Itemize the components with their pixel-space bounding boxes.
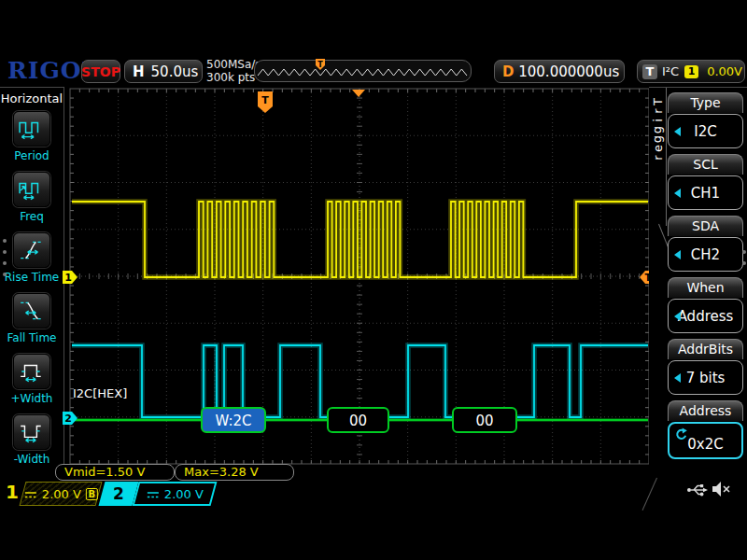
- menu-value-scl[interactable]: CH1: [668, 175, 743, 210]
- channel1-badge[interactable]: 2.00 V B: [20, 482, 103, 506]
- decode-bus-label: I2C[HEX]: [73, 386, 127, 400]
- waveform-display: W:2C000012TT: [56, 84, 661, 472]
- menu-value-sda[interactable]: CH2: [668, 237, 743, 272]
- measure-button-freq[interactable]: [13, 172, 50, 207]
- left-triangle-icon: [674, 312, 681, 321]
- trace-glow-ch1: [72, 202, 648, 277]
- svg-text:2: 2: [64, 413, 72, 425]
- page-dot: [3, 250, 7, 254]
- menu-value-address-text: 0x2C: [687, 436, 723, 453]
- knob-rotate-icon: [674, 427, 687, 441]
- decode-frame-label: W:2C: [215, 413, 251, 429]
- measure-button-period[interactable]: [13, 111, 50, 147]
- measure-label-period: Period: [0, 149, 63, 162]
- menu-label-address: Address: [668, 400, 743, 421]
- measurement-vmid-text: Vmid=1.50 V: [64, 465, 145, 479]
- horizontal-position-indicator: T: [254, 60, 472, 82]
- tab-border: [666, 88, 667, 226]
- measure-button-fall-time[interactable]: [13, 293, 50, 329]
- h-value: 50.0us: [151, 63, 199, 80]
- trigger-menu-panel: Trigger Type I2C SCL CH1 SDA CH2 W: [649, 87, 747, 471]
- menu-item-address: Address 0x2C: [668, 400, 743, 459]
- trigger-tab-label: Trigger: [650, 97, 666, 162]
- page-dot: [742, 261, 746, 265]
- decode-frame-label: 00: [475, 413, 493, 429]
- fall-time-icon: [19, 300, 45, 322]
- usb-icon: [686, 481, 709, 499]
- menu-label-scl: SCL: [668, 154, 743, 175]
- channel2-scale: 2.00 V: [164, 487, 204, 501]
- measure-button-pos-width[interactable]: [13, 354, 50, 389]
- svg-text:1: 1: [64, 272, 72, 284]
- menu-value-type-text: I2C: [694, 123, 716, 140]
- measure-label-pos-width: +Width: [0, 392, 63, 405]
- menu-value-when-text: Address: [678, 308, 734, 325]
- measurement-vmid: Vmid=1.50 V: [55, 464, 175, 481]
- left-triangle-icon: [674, 127, 681, 136]
- delay-label: D: [502, 63, 514, 80]
- menu-value-scl-text: CH1: [691, 185, 720, 202]
- measure-button-rise-time[interactable]: [13, 232, 50, 268]
- measure-label-rise-time: Rise Time: [0, 271, 63, 284]
- page-dot: [742, 250, 746, 254]
- measure-sidebar-title: Horizontal: [0, 91, 63, 105]
- trigger-level-value: 0.00V: [707, 64, 742, 78]
- page-dot: [3, 273, 7, 276]
- channel2-badge[interactable]: 2.00 V: [133, 482, 218, 506]
- speaker-muted-icon: [711, 479, 731, 499]
- menu-label-sda: SDA: [668, 216, 743, 236]
- measure-label-neg-width: -Width: [0, 453, 63, 466]
- menu-label-when: When: [668, 277, 743, 298]
- delay-box: D 100.000000us: [494, 60, 625, 83]
- trigger-status-box: T I²C 1 0.00V: [637, 60, 745, 83]
- menu-value-addrbits-text: 7 bits: [686, 370, 726, 386]
- page-dot: [3, 239, 7, 243]
- menu-value-address[interactable]: 0x2C: [668, 422, 743, 459]
- measurement-max-text: Max=3.28 V: [184, 465, 259, 479]
- trigger-source-badge: 1: [684, 65, 698, 78]
- record-waveform-pattern: [258, 69, 467, 76]
- left-triangle-icon: [674, 250, 681, 259]
- decode-frame-label: 00: [349, 413, 367, 429]
- menu-item-addrbits: AddrBits 7 bits: [668, 339, 743, 395]
- svg-text:T: T: [261, 94, 269, 106]
- measurement-max: Max=3.28 V: [175, 464, 294, 481]
- page-dot: [3, 261, 7, 265]
- measure-button-neg-width[interactable]: [13, 414, 50, 450]
- h-label: H: [133, 63, 145, 80]
- left-triangle-icon: [674, 373, 681, 383]
- plus-width-icon: [19, 360, 45, 383]
- menu-value-type[interactable]: I2C: [668, 114, 743, 148]
- bandwidth-limit-badge: B: [85, 488, 97, 500]
- menu-item-when: When Address: [668, 277, 743, 333]
- freq-icon: [19, 178, 45, 201]
- corner-divider: [642, 478, 657, 511]
- run-state-badge: STOP: [81, 60, 120, 83]
- trigger-label: T: [642, 64, 657, 79]
- trigger-type-label: I²C: [662, 64, 679, 78]
- svg-text:T: T: [317, 61, 323, 69]
- memory-depth: 300k pts: [206, 71, 261, 84]
- minus-width-icon: [19, 421, 45, 443]
- sample-rate: 500MSa/s: [206, 58, 261, 71]
- menu-value-sda-text: CH2: [691, 246, 720, 263]
- menu-label-type: Type: [668, 92, 743, 113]
- menu-value-when[interactable]: Address: [668, 299, 743, 333]
- horizontal-reference-marker: [352, 90, 365, 97]
- menu-item-sda: SDA CH2: [668, 216, 743, 272]
- measure-sidebar: Horizontal Period Freq Rise Time: [0, 87, 64, 471]
- menu-item-type: Type I2C: [668, 92, 743, 148]
- run-state-label: STOP: [81, 64, 120, 79]
- menu-item-scl: SCL CH1: [668, 154, 743, 210]
- menu-value-addrbits[interactable]: 7 bits: [668, 360, 743, 395]
- measure-label-freq: Freq: [0, 210, 63, 223]
- sample-rate-block: 500MSa/s 300k pts: [206, 58, 261, 84]
- rise-time-icon: [19, 239, 45, 261]
- channel2-number: 2: [113, 484, 124, 503]
- dc-coupling-icon: [147, 489, 160, 498]
- dc-coupling-icon: [24, 489, 37, 498]
- channel1-scale: 2.00 V: [42, 487, 81, 501]
- menu-label-addrbits: AddrBits: [668, 339, 743, 359]
- oscilloscope-screen: RIGOL STOP H 50.0us 500MSa/s 300k pts T …: [0, 0, 747, 560]
- period-icon: [19, 118, 45, 140]
